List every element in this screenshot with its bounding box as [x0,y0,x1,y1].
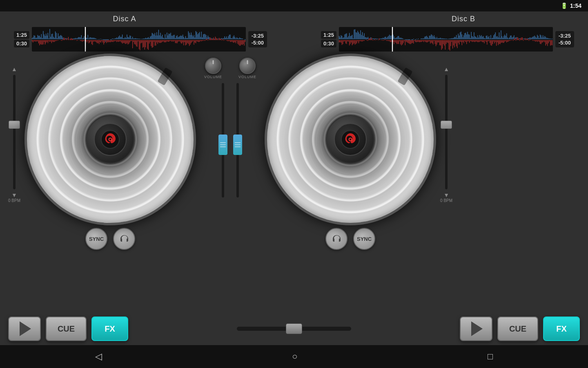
deck-b-sync-row: SYNC [325,228,375,250]
svg-point-5 [350,139,351,140]
deck-a-play-icon [20,321,31,336]
deck-a-waveform[interactable] [32,27,246,52]
deck-b-play-icon [471,321,483,336]
deck-b-bpm-up[interactable]: ▲ [443,66,449,72]
deck-a-times-left: 1:25 0:30 [14,31,29,47]
deck-a-label [94,123,127,156]
deck-a-bpm-down[interactable]: ▼ [11,192,17,198]
deck-b-time-pos2: 0:30 [321,40,336,47]
deck-a: SYNC [24,54,196,250]
deck-a-time-pos: 1:25 [14,31,29,39]
deck-b-volume-label: VOLUME [238,75,256,79]
deck-a-title: Disc A [113,15,136,23]
deck-b-time-neg2: -5:00 [559,40,571,46]
status-bar: 🔋 1:54 [0,0,588,11]
deck-a-fx-btn[interactable]: FX [91,316,128,341]
deck-b-time-pos: 1:25 [321,31,336,39]
nav-back-btn[interactable]: ◁ [95,351,102,362]
deck-a-bpm-up[interactable]: ▲ [11,66,17,72]
deck-a-headphone-icon [119,234,129,244]
deck-a-time-pos2: 0:30 [14,40,29,47]
deck-a-waveform-container: 1:25 0:30 -3:25 -5:00 [14,27,267,52]
deck-a-fader-handle[interactable] [218,135,227,155]
deck-a-volume-knob[interactable] [205,58,221,74]
dj-area: Disc A Disc B 1:25 0:30 -3:25 -5:00 [0,11,588,345]
deck-a-fader[interactable] [222,83,224,197]
deck-b-bpm: 0 BPM [440,198,452,203]
deck-b-waveform-container: 1:25 0:30 -3:25 -5:00 [321,27,574,52]
deck-a-times-right: -3:25 -5:00 [248,31,267,47]
deck-b-logo-icon [340,129,361,150]
deck-b-play-btn[interactable] [460,316,492,341]
deck-b-pitch-slider: ▲ ▼ 0 BPM [440,66,452,203]
deck-a-time-neg2: -5:00 [252,40,264,46]
deck-a-turntable-center [86,115,135,164]
deck-b-headphone-btn[interactable] [325,228,347,250]
deck-a-play-btn[interactable] [8,316,41,341]
center-mixer: VOLUME VOLUME [204,54,256,197]
deck-b-pitch-handle[interactable] [441,121,452,129]
deck-b-volume-knob[interactable] [239,58,256,74]
deck-b-times-left: 1:25 0:30 [321,31,336,47]
crossfader-handle[interactable] [286,323,302,334]
deck-a-sync-btn[interactable]: SYNC [85,228,107,250]
deck-b-turntable-center [326,115,375,164]
deck-a-cue-btn[interactable]: CUE [46,316,87,341]
deck-b-buttons: CUE FX [460,316,580,341]
faders-row [222,83,239,197]
deck-a-volume: VOLUME [204,58,222,79]
svg-point-2 [109,139,111,140]
waveform-row: 1:25 0:30 -3:25 -5:00 1:25 0:30 -3:25 [0,25,588,54]
deck-b: SYNC [265,54,436,250]
deck-b-waveform[interactable] [339,27,553,52]
deck-a-pitch-handle[interactable] [9,121,20,129]
crossfader-container [128,327,460,331]
deck-b-sync-btn[interactable]: SYNC [353,228,375,250]
crossfader-track[interactable] [237,327,351,331]
deck-a-logo-icon [100,129,120,150]
deck-b-headphone-icon [332,234,341,244]
status-time: 1:54 [570,2,581,9]
deck-b-fader[interactable] [236,83,239,197]
deck-a-headphone-btn[interactable] [113,228,135,250]
nav-bar: ◁ ○ □ [0,345,588,368]
deck-b-cue-btn[interactable]: CUE [497,316,538,341]
deck-b-fader-handle[interactable] [233,135,242,155]
deck-a-buttons: CUE FX [8,316,128,341]
deck-a-sync-row: SYNC [85,228,135,250]
deck-a-volume-label: VOLUME [204,75,222,79]
deck-a-bpm: 0 BPM [8,198,20,203]
deck-b-fx-btn[interactable]: FX [543,316,580,341]
deck-b-turntable[interactable] [265,54,436,225]
deck-b-label [334,123,367,156]
deck-b-time-neg: -3:25 [559,33,571,39]
deck-b-title: Disc B [452,15,475,23]
nav-home-btn[interactable]: ○ [292,351,297,362]
deck-b-bpm-down[interactable]: ▼ [443,192,449,198]
deck-titles: Disc A Disc B [0,11,588,25]
deck-a-pitch-slider: ▲ ▼ 0 BPM [8,66,20,203]
bottom-controls: CUE FX CUE FX [0,312,588,345]
nav-recents-btn[interactable]: □ [488,351,493,362]
battery-icon: 🔋 [561,2,568,9]
deck-a-turntable[interactable] [24,54,196,225]
deck-a-time-neg: -3:25 [252,33,264,39]
deck-b-volume: VOLUME [238,58,256,79]
deck-b-times-right: -3:25 -5:00 [555,31,574,47]
